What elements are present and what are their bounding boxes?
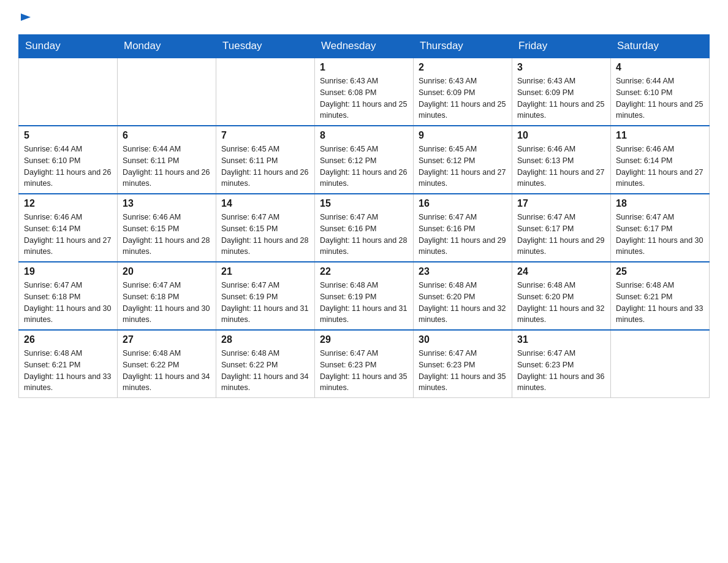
- calendar-cell: [19, 58, 118, 126]
- day-number: 4: [616, 62, 704, 73]
- page-header: [18, 12, 710, 28]
- day-number: 11: [616, 130, 704, 141]
- day-info: Sunrise: 6:48 AM Sunset: 6:22 PM Dayligh…: [123, 348, 211, 394]
- calendar-cell: 8Sunrise: 6:45 AM Sunset: 6:12 PM Daylig…: [315, 126, 414, 194]
- day-info: Sunrise: 6:45 AM Sunset: 6:12 PM Dayligh…: [320, 144, 408, 190]
- day-info: Sunrise: 6:47 AM Sunset: 6:18 PM Dayligh…: [123, 280, 211, 326]
- calendar-cell: 21Sunrise: 6:47 AM Sunset: 6:19 PM Dayli…: [216, 262, 315, 330]
- day-number: 3: [517, 62, 605, 73]
- calendar-week-row: 1Sunrise: 6:43 AM Sunset: 6:08 PM Daylig…: [19, 58, 710, 126]
- day-number: 2: [419, 62, 507, 73]
- weekday-header-thursday: Thursday: [414, 35, 512, 58]
- day-info: Sunrise: 6:46 AM Sunset: 6:14 PM Dayligh…: [24, 212, 112, 258]
- calendar-table: SundayMondayTuesdayWednesdayThursdayFrid…: [18, 34, 710, 398]
- day-number: 18: [616, 198, 704, 209]
- day-info: Sunrise: 6:45 AM Sunset: 6:11 PM Dayligh…: [221, 144, 309, 190]
- day-info: Sunrise: 6:47 AM Sunset: 6:15 PM Dayligh…: [221, 212, 309, 258]
- calendar-cell: 20Sunrise: 6:47 AM Sunset: 6:18 PM Dayli…: [118, 262, 216, 330]
- day-number: 8: [320, 130, 408, 141]
- day-info: Sunrise: 6:47 AM Sunset: 6:16 PM Dayligh…: [320, 212, 408, 258]
- day-info: Sunrise: 6:44 AM Sunset: 6:10 PM Dayligh…: [616, 75, 704, 121]
- day-number: 14: [221, 198, 309, 209]
- day-number: 23: [419, 266, 507, 277]
- calendar-cell: 19Sunrise: 6:47 AM Sunset: 6:18 PM Dayli…: [19, 262, 118, 330]
- calendar-cell: 26Sunrise: 6:48 AM Sunset: 6:21 PM Dayli…: [19, 330, 118, 398]
- calendar-cell: [611, 330, 710, 398]
- day-number: 30: [419, 334, 507, 345]
- day-info: Sunrise: 6:47 AM Sunset: 6:18 PM Dayligh…: [24, 280, 112, 326]
- day-number: 27: [123, 334, 211, 345]
- day-number: 12: [24, 198, 112, 209]
- day-info: Sunrise: 6:47 AM Sunset: 6:23 PM Dayligh…: [517, 348, 605, 394]
- day-info: Sunrise: 6:46 AM Sunset: 6:15 PM Dayligh…: [123, 212, 211, 258]
- day-number: 5: [24, 130, 112, 141]
- day-info: Sunrise: 6:47 AM Sunset: 6:17 PM Dayligh…: [616, 212, 704, 258]
- calendar-cell: 30Sunrise: 6:47 AM Sunset: 6:23 PM Dayli…: [414, 330, 512, 398]
- calendar-cell: [118, 58, 216, 126]
- day-info: Sunrise: 6:43 AM Sunset: 6:09 PM Dayligh…: [517, 75, 605, 121]
- weekday-header-sunday: Sunday: [19, 35, 118, 58]
- day-info: Sunrise: 6:47 AM Sunset: 6:17 PM Dayligh…: [517, 212, 605, 258]
- day-info: Sunrise: 6:47 AM Sunset: 6:23 PM Dayligh…: [320, 348, 408, 394]
- day-number: 22: [320, 266, 408, 277]
- day-number: 9: [419, 130, 507, 141]
- weekday-header-saturday: Saturday: [611, 35, 710, 58]
- calendar-week-row: 19Sunrise: 6:47 AM Sunset: 6:18 PM Dayli…: [19, 262, 710, 330]
- day-info: Sunrise: 6:44 AM Sunset: 6:11 PM Dayligh…: [123, 144, 211, 190]
- calendar-cell: 11Sunrise: 6:46 AM Sunset: 6:14 PM Dayli…: [611, 126, 710, 194]
- weekday-header-tuesday: Tuesday: [216, 35, 315, 58]
- logo-flag-icon: [20, 12, 33, 26]
- calendar-cell: 27Sunrise: 6:48 AM Sunset: 6:22 PM Dayli…: [118, 330, 216, 398]
- calendar-cell: 22Sunrise: 6:48 AM Sunset: 6:19 PM Dayli…: [315, 262, 414, 330]
- day-number: 7: [221, 130, 309, 141]
- calendar-cell: 1Sunrise: 6:43 AM Sunset: 6:08 PM Daylig…: [315, 58, 414, 126]
- day-number: 10: [517, 130, 605, 141]
- day-info: Sunrise: 6:45 AM Sunset: 6:12 PM Dayligh…: [419, 144, 507, 190]
- calendar-cell: 14Sunrise: 6:47 AM Sunset: 6:15 PM Dayli…: [216, 194, 315, 262]
- calendar-cell: 18Sunrise: 6:47 AM Sunset: 6:17 PM Dayli…: [611, 194, 710, 262]
- day-number: 17: [517, 198, 605, 209]
- day-number: 24: [517, 266, 605, 277]
- day-number: 29: [320, 334, 408, 345]
- calendar-cell: 15Sunrise: 6:47 AM Sunset: 6:16 PM Dayli…: [315, 194, 414, 262]
- calendar-cell: 7Sunrise: 6:45 AM Sunset: 6:11 PM Daylig…: [216, 126, 315, 194]
- calendar-cell: 23Sunrise: 6:48 AM Sunset: 6:20 PM Dayli…: [414, 262, 512, 330]
- day-info: Sunrise: 6:43 AM Sunset: 6:08 PM Dayligh…: [320, 75, 408, 121]
- calendar-cell: 13Sunrise: 6:46 AM Sunset: 6:15 PM Dayli…: [118, 194, 216, 262]
- day-info: Sunrise: 6:47 AM Sunset: 6:16 PM Dayligh…: [419, 212, 507, 258]
- day-info: Sunrise: 6:46 AM Sunset: 6:14 PM Dayligh…: [616, 144, 704, 190]
- calendar-cell: 29Sunrise: 6:47 AM Sunset: 6:23 PM Dayli…: [315, 330, 414, 398]
- calendar-cell: 12Sunrise: 6:46 AM Sunset: 6:14 PM Dayli…: [19, 194, 118, 262]
- calendar-cell: 3Sunrise: 6:43 AM Sunset: 6:09 PM Daylig…: [512, 58, 611, 126]
- day-number: 26: [24, 334, 112, 345]
- calendar-cell: 4Sunrise: 6:44 AM Sunset: 6:10 PM Daylig…: [611, 58, 710, 126]
- logo: [18, 12, 33, 28]
- day-number: 31: [517, 334, 605, 345]
- calendar-cell: 31Sunrise: 6:47 AM Sunset: 6:23 PM Dayli…: [512, 330, 611, 398]
- day-info: Sunrise: 6:48 AM Sunset: 6:20 PM Dayligh…: [517, 280, 605, 326]
- svg-marker-0: [21, 13, 31, 21]
- day-info: Sunrise: 6:48 AM Sunset: 6:20 PM Dayligh…: [419, 280, 507, 326]
- day-info: Sunrise: 6:47 AM Sunset: 6:19 PM Dayligh…: [221, 280, 309, 326]
- calendar-week-row: 5Sunrise: 6:44 AM Sunset: 6:10 PM Daylig…: [19, 126, 710, 194]
- day-number: 25: [616, 266, 704, 277]
- day-number: 1: [320, 62, 408, 73]
- calendar-cell: 9Sunrise: 6:45 AM Sunset: 6:12 PM Daylig…: [414, 126, 512, 194]
- weekday-header-wednesday: Wednesday: [315, 35, 414, 58]
- day-info: Sunrise: 6:48 AM Sunset: 6:21 PM Dayligh…: [616, 280, 704, 326]
- day-info: Sunrise: 6:44 AM Sunset: 6:10 PM Dayligh…: [24, 144, 112, 190]
- day-info: Sunrise: 6:48 AM Sunset: 6:21 PM Dayligh…: [24, 348, 112, 394]
- calendar-cell: 24Sunrise: 6:48 AM Sunset: 6:20 PM Dayli…: [512, 262, 611, 330]
- weekday-header-friday: Friday: [512, 35, 611, 58]
- calendar-cell: 10Sunrise: 6:46 AM Sunset: 6:13 PM Dayli…: [512, 126, 611, 194]
- day-number: 19: [24, 266, 112, 277]
- calendar-cell: 17Sunrise: 6:47 AM Sunset: 6:17 PM Dayli…: [512, 194, 611, 262]
- day-number: 21: [221, 266, 309, 277]
- calendar-week-row: 12Sunrise: 6:46 AM Sunset: 6:14 PM Dayli…: [19, 194, 710, 262]
- calendar-cell: 28Sunrise: 6:48 AM Sunset: 6:22 PM Dayli…: [216, 330, 315, 398]
- day-number: 13: [123, 198, 211, 209]
- day-number: 15: [320, 198, 408, 209]
- calendar-week-row: 26Sunrise: 6:48 AM Sunset: 6:21 PM Dayli…: [19, 330, 710, 398]
- calendar-cell: [216, 58, 315, 126]
- calendar-cell: 6Sunrise: 6:44 AM Sunset: 6:11 PM Daylig…: [118, 126, 216, 194]
